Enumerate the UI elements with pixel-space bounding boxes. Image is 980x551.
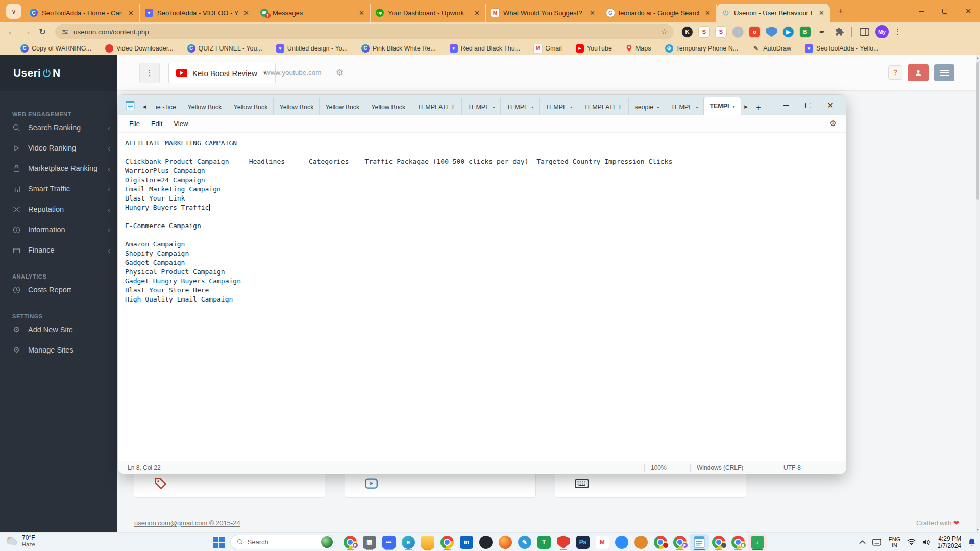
sidebar-item-smart-traffic[interactable]: Smart Traffic‹ — [0, 179, 117, 199]
side-panel-icon[interactable] — [860, 28, 869, 36]
tab-close-icon[interactable]: ✕ — [357, 9, 366, 17]
profile-button[interactable] — [908, 64, 929, 81]
notepad-new-tab-button[interactable]: + — [752, 103, 765, 112]
taskbar-icon-chrome-profile-avatar[interactable] — [709, 534, 728, 551]
bookmark-item[interactable]: ♥Red and Black Thu... — [450, 44, 521, 53]
bookmark-item[interactable]: ♥SeoToolAdda - Yello... — [805, 44, 878, 53]
sidebar-item-add-new-site[interactable]: ⚙ Add New Site — [0, 319, 117, 340]
minimize-button[interactable] — [910, 0, 933, 22]
tab-close-icon[interactable]: ✕ — [242, 9, 251, 17]
taskbar-icon-camera-blue-app[interactable] — [612, 534, 631, 551]
tray-tablet-icon[interactable] — [872, 539, 881, 546]
bookmark-star-icon[interactable]: ☆ — [661, 27, 668, 36]
notepad-close-button[interactable]: ✕ — [819, 96, 842, 114]
extension-icon-play-blue[interactable]: ▶ — [783, 27, 794, 37]
sidebar-item-finance[interactable]: Finance‹ — [0, 240, 117, 260]
bookmark-item-maps[interactable]: Maps — [626, 44, 651, 52]
notepad-settings-gear-icon[interactable]: ⚙ — [830, 119, 837, 128]
browser-tab-canva-home[interactable]: C SeoToolAdda - Home - Canva ✕ — [24, 4, 140, 22]
scroll-up-icon[interactable]: ▲ — [976, 56, 980, 59]
sidebar-item-video-ranking[interactable]: Video Ranking‹ — [0, 138, 117, 158]
taskbar-icon-chrome-profile-red[interactable] — [651, 534, 670, 551]
taskbar-icon-blue-pen-app[interactable]: ✎ — [515, 534, 534, 551]
extension-icon-dollar-s-1[interactable]: S — [699, 27, 709, 37]
wifi-icon[interactable] — [907, 539, 916, 545]
tray-clock[interactable]: 4:29 PM1/7/2024 — [937, 535, 961, 549]
scroll-down-icon[interactable]: ▼ — [976, 528, 980, 531]
bookmark-item[interactable]: Video Downloader... — [105, 44, 174, 53]
tray-chevron-up-icon[interactable] — [859, 540, 866, 544]
forward-icon[interactable]: → — [19, 27, 35, 37]
notepad-tab[interactable]: TEMPL● — [540, 98, 578, 115]
tab-search-button[interactable]: ∨ — [6, 4, 21, 19]
sidebar-item-reputation[interactable]: Reputation‹ — [0, 199, 117, 219]
taskbar-icon-photoshop[interactable]: Ps — [573, 534, 593, 551]
sidebar-item-manage-sites[interactable]: ⚙ Manage Sites — [0, 340, 117, 360]
notepad-tab-active[interactable]: TEMPI● — [704, 97, 740, 115]
zoom-level-label[interactable]: 100% — [644, 464, 690, 472]
taskbar-icon-chat-app[interactable]: ••• — [379, 534, 399, 551]
header-more-button[interactable]: ⋮ — [139, 63, 160, 83]
menu-edit[interactable]: Edit — [145, 120, 168, 128]
notepad-tab[interactable]: TEMPL● — [462, 98, 501, 115]
sidebar-item-information[interactable]: Information‹ — [0, 219, 117, 240]
extension-icon-extensions-puzzle[interactable] — [834, 27, 844, 37]
extension-icon-ink-pen[interactable]: ✒ — [817, 27, 827, 37]
bookmark-item[interactable]: ⊕Temporary Phone N... — [665, 44, 739, 53]
sidebar-item-marketplace-ranking[interactable]: Marketplace Ranking‹ — [0, 158, 117, 179]
menu-view[interactable]: View — [168, 120, 193, 128]
notepad-maximize-button[interactable] — [797, 96, 819, 114]
site-selector-dropdown[interactable]: Keto Boost Review ▼ — [168, 63, 276, 83]
notepad-tab[interactable]: seopie● — [629, 98, 665, 115]
profile-avatar[interactable]: My — [875, 25, 889, 38]
taskbar-icon-orange-app[interactable] — [631, 534, 651, 551]
hamburger-menu-button[interactable] — [934, 64, 954, 81]
scrollbar-thumb[interactable] — [976, 62, 979, 200]
page-scrollbar[interactable]: ▲ ▼ — [976, 55, 980, 532]
taskbar-icon-gray-app-tile[interactable]: ▦ — [360, 534, 379, 551]
taskbar-icon-chrome-profile-p2[interactable]: P — [670, 534, 690, 551]
taskbar-icon-chrome-profile-b[interactable]: B — [728, 534, 748, 551]
taskbar-icon-edge-browser[interactable]: e — [399, 534, 418, 551]
browser-tab-userion-active[interactable]: Userion - User Behaviour Facto ✕ — [717, 4, 830, 22]
browser-tab-upwork[interactable]: Up Your Dashboard - Upwork ✕ — [371, 4, 486, 22]
bookmark-item[interactable]: CQUIZ FUNNEL - You... — [187, 44, 262, 53]
extension-icon-keywords-k[interactable]: K — [682, 27, 693, 37]
notepad-tab[interactable]: TEMPL● — [501, 98, 540, 115]
bookmark-item[interactable]: ♥Untitled design - Yo... — [276, 44, 348, 53]
browser-tab-messages[interactable]: 7 Messages ✕ — [255, 4, 371, 22]
notepad-tab[interactable]: ie - lice — [150, 98, 182, 115]
volume-icon[interactable] — [922, 539, 930, 546]
taskbar-search-box[interactable]: Search — [230, 535, 335, 549]
tab-close-icon[interactable]: ✕ — [473, 9, 481, 17]
tab-close-icon[interactable]: ✕ — [703, 9, 712, 17]
extension-icon-shield-blue[interactable] — [766, 27, 777, 37]
taskbar-icon-firefox[interactable] — [496, 534, 515, 551]
reload-icon[interactable]: ↻ — [35, 27, 50, 37]
taskbar-icon-github[interactable] — [476, 534, 496, 551]
tab-scroll-right-icon[interactable]: ▶ — [741, 99, 752, 114]
taskbar-icon-linkedin[interactable]: in — [457, 534, 476, 551]
help-button[interactable]: ? — [888, 65, 902, 80]
bookmark-item-youtube[interactable]: ▶YouTube — [576, 44, 612, 53]
maximize-button[interactable] — [933, 0, 957, 22]
notepad-tab[interactable]: Yellow Brick — [274, 98, 320, 115]
url-text[interactable]: userion.com/content.php — [74, 28, 656, 36]
taskbar-icon-file-explorer[interactable] — [418, 534, 437, 551]
sidebar-item-costs-report[interactable]: Costs Report — [0, 280, 117, 300]
notepad-tab[interactable]: TEMPL● — [665, 98, 704, 115]
close-button[interactable]: ✕ — [957, 0, 980, 22]
site-settings-gear-icon[interactable]: ⚙ — [336, 67, 344, 78]
footer-copyright-link[interactable]: userion.com@gmail.com © 2015-24 — [134, 519, 240, 527]
new-tab-button[interactable]: + — [833, 4, 848, 19]
notepad-tab[interactable]: Yellow Brick — [320, 98, 365, 115]
notepad-title-bar[interactable]: ◀ ie - lice Yellow Brick Yellow Brick Ye… — [118, 95, 846, 115]
tab-close-icon[interactable]: ✕ — [817, 9, 826, 17]
browser-tab-google-search[interactable]: G leonardo ai - Google Search ✕ — [601, 4, 717, 22]
bookmark-item[interactable]: CPink Black White Re... — [361, 44, 436, 53]
taskbar-icon-chrome-profile-p[interactable]: P — [340, 534, 360, 551]
extension-icon-camera-gray[interactable] — [732, 27, 743, 37]
notepad-tab[interactable]: TEMPLATE F — [411, 98, 462, 115]
search-daily-image[interactable] — [321, 536, 333, 548]
browser-tab-videoo[interactable]: ♥ SeoToolAdda - VIDEOO - YouTu ✕ — [140, 4, 255, 22]
